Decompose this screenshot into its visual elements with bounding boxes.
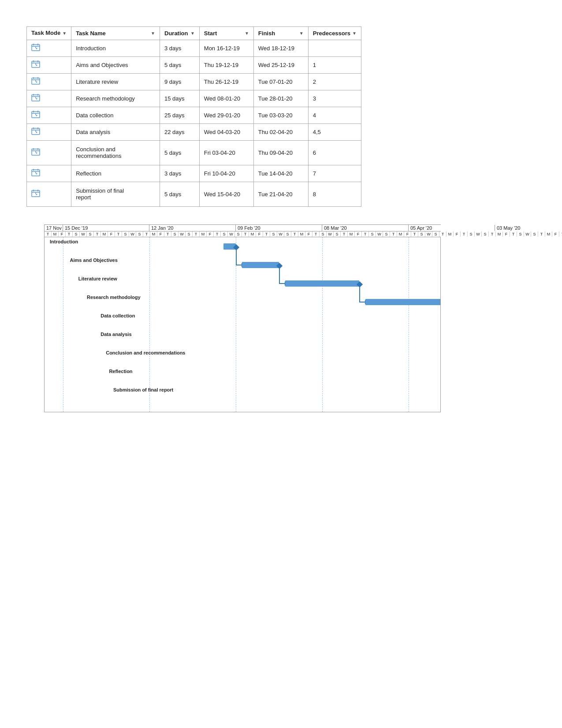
task-start-cell: Fri 10-04-20 [199, 165, 253, 182]
task-mode-cell [27, 90, 71, 107]
gantt-task-label: Data collection [100, 313, 135, 318]
gantt-day-cell: S [87, 231, 94, 237]
task-start-cell: Wed 08-01-20 [199, 90, 253, 107]
th-task-name[interactable]: Task Name ▼ [71, 27, 160, 40]
th-task-mode[interactable]: Task Mode ▼ [27, 27, 71, 40]
task-name-cell: Reflection [71, 165, 160, 182]
table-row: Aims and Objectives5 daysThu 19-12-19Wed… [27, 56, 361, 73]
task-start-cell: Thu 19-12-19 [199, 56, 253, 73]
gantt-day-cell: S [73, 231, 80, 237]
task-mode-cell [27, 56, 71, 73]
gantt-chart: 17 Nov '1915 Dec '1912 Jan '2009 Feb '20… [44, 224, 441, 412]
gantt-day-cell: T [510, 231, 517, 237]
task-name-cell: Data analysis [71, 123, 160, 140]
task-name-cell: Conclusion andrecommendations [71, 140, 160, 165]
task-name-cell: Research methodology [71, 90, 160, 107]
gantt-day-cell: T [559, 231, 562, 237]
gantt-day-cell: W [277, 231, 284, 237]
gantt-month-cell: 17 Nov '19 [45, 225, 63, 231]
task-mode-icon [31, 94, 41, 102]
task-start-cell: Mon 16-12-19 [199, 40, 253, 56]
gantt-day-cell: S [531, 231, 538, 237]
task-start-cell: Wed 04-03-20 [199, 123, 253, 140]
task-mode-cell [27, 182, 71, 206]
task-finish-cell: Tue 28-01-20 [253, 90, 308, 107]
table-row: Introduction3 daysMon 16-12-19Wed 18-12-… [27, 40, 361, 56]
task-mode-cell [27, 140, 71, 165]
gantt-task-label: Reflection [109, 369, 132, 374]
task-mode-icon [31, 44, 41, 52]
task-pred-cell: 6 [308, 140, 361, 165]
gantt-day-cell: F [503, 231, 510, 237]
table-row: Conclusion andrecommendations5 daysFri 0… [27, 140, 361, 165]
gantt-month-cell: 15 Dec '19 [63, 225, 149, 231]
gantt-day-cell: S [284, 231, 291, 237]
th-predecessors[interactable]: Predecessors ▼ [308, 27, 361, 40]
gantt-months-header: 17 Nov '1915 Dec '1912 Jan '2009 Feb '20… [44, 224, 441, 231]
gantt-day-cell: S [369, 231, 376, 237]
gantt-task-label: Aims and Objectives [70, 258, 118, 263]
task-finish-cell: Tue 14-04-20 [253, 165, 308, 182]
task-mode-cell [27, 107, 71, 123]
gantt-day-cell: T [214, 231, 221, 237]
gantt-day-cell: W [129, 231, 136, 237]
gantt-day-cell: S [383, 231, 390, 237]
gantt-month-cell: 05 Apr '20 [409, 225, 495, 231]
gantt-task-label: Conclusion and recommendations [106, 350, 185, 355]
sort-icon-start: ▼ [245, 31, 249, 36]
task-name-cell: Literature review [71, 73, 160, 90]
task-pred-cell: 3 [308, 90, 361, 107]
gantt-day-cell: M [397, 231, 404, 237]
task-pred-cell [308, 40, 361, 56]
gantt-vline [63, 237, 63, 412]
gantt-day-cell: F [108, 231, 115, 237]
task-finish-cell: Tue 07-01-20 [253, 73, 308, 90]
gantt-day-cell: T [313, 231, 320, 237]
task-name-cell: Submission of finalreport [71, 182, 160, 206]
gantt-day-cell: F [404, 231, 411, 237]
gantt-day-cell: T [362, 231, 369, 237]
task-start-cell: Wed 15-04-20 [199, 182, 253, 206]
task-pred-cell: 2 [308, 73, 361, 90]
gantt-day-cell: M [200, 231, 207, 237]
gantt-day-cell: W [228, 231, 235, 237]
task-mode-cell [27, 123, 71, 140]
th-start[interactable]: Start ▼ [199, 27, 253, 40]
gantt-vline [409, 237, 409, 412]
gantt-day-cell: S [468, 231, 475, 237]
gantt-task-bar [242, 262, 279, 268]
gantt-day-cell: T [341, 231, 348, 237]
task-table: Task Mode ▼ Task Name ▼ Duration ▼ Start [26, 26, 361, 207]
sort-icon-task-name: ▼ [151, 31, 155, 36]
gantt-day-cell: W [376, 231, 383, 237]
gantt-day-cell: S [270, 231, 277, 237]
gantt-day-cell: S [320, 231, 327, 237]
task-duration-cell: 22 days [160, 123, 200, 140]
gantt-day-cell: W [524, 231, 531, 237]
task-finish-cell: Tue 21-04-20 [253, 182, 308, 206]
gantt-day-cell: S [221, 231, 228, 237]
gantt-task-bar [285, 280, 359, 287]
gantt-day-cell: S [517, 231, 524, 237]
gantt-day-cell: M [249, 231, 256, 237]
table-row: Submission of finalreport5 daysWed 15-04… [27, 182, 361, 206]
gantt-day-cell: M [348, 231, 355, 237]
gantt-day-cell: T [45, 231, 52, 237]
th-duration[interactable]: Duration ▼ [160, 27, 200, 40]
task-mode-icon [31, 77, 41, 85]
task-finish-cell: Wed 25-12-19 [253, 56, 308, 73]
gantt-day-cell: F [256, 231, 263, 237]
gantt-days-header: TMFTSWSTMFTSWSTMFTSWSTMFTSWSTMFTSWSTMFTS… [44, 231, 441, 237]
table-row: Research methodology15 daysWed 08-01-20T… [27, 90, 361, 107]
gantt-day-cell: S [136, 231, 143, 237]
gantt-vline [149, 237, 150, 412]
gantt-day-cell: F [355, 231, 362, 237]
gantt-month-cell: 09 Feb '20 [236, 225, 322, 231]
gantt-day-cell: F [59, 231, 66, 237]
task-mode-cell [27, 40, 71, 56]
th-finish[interactable]: Finish ▼ [253, 27, 308, 40]
gantt-day-cell: T [291, 231, 298, 237]
table-row: Literature review9 daysThu 26-12-19Tue 0… [27, 73, 361, 90]
gantt-day-cell: F [207, 231, 214, 237]
gantt-day-cell: F [157, 231, 164, 237]
